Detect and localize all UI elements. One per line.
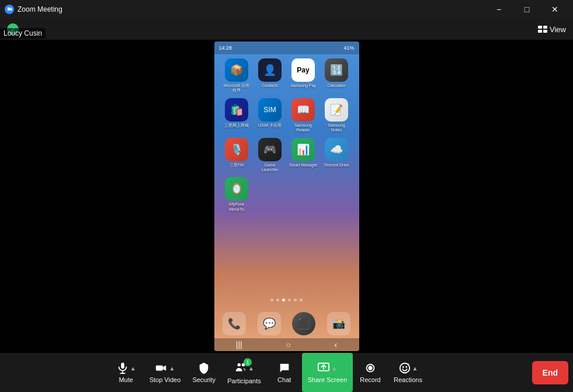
- participants-label: Participants: [227, 377, 261, 384]
- list-item: SIM USIM 卡应用: [256, 98, 284, 133]
- page-dot-active: [282, 299, 285, 301]
- share-screen-label: Share Screen: [308, 376, 347, 383]
- close-button[interactable]: ✕: [541, 0, 568, 19]
- list-item: 🎮 Game Launcher: [256, 138, 284, 173]
- main-content: 14:28 41% 📦 Microsoft 应用程序 👤 Contacts Pa…: [0, 40, 573, 353]
- svg-point-11: [368, 366, 372, 370]
- reactions-emoji-icon: +: [398, 362, 411, 374]
- list-item: 🛍️ 三星网上商城: [223, 98, 251, 133]
- share-screen-button[interactable]: ▲ Share Screen: [302, 353, 353, 392]
- phone-status-bar: 14:28 41%: [214, 41, 359, 54]
- stop-video-label: Stop Video: [150, 376, 181, 383]
- toolbar-right: End: [532, 361, 568, 384]
- list-item: 👤 Contacts: [256, 58, 284, 93]
- mute-label: Mute: [119, 376, 133, 383]
- record-label: Record: [360, 376, 380, 383]
- share-screen-icon-group: ▲: [317, 362, 337, 374]
- minimize-button[interactable]: −: [485, 0, 512, 19]
- app-label: USIM 卡应用: [258, 123, 282, 128]
- game-launcher-icon: 🎮: [258, 138, 282, 161]
- dock-camera-icon: 📸: [327, 312, 350, 335]
- dock-phone-icon: 📞: [223, 312, 246, 335]
- samsung-fm-icon: 🎙️: [225, 138, 248, 161]
- svg-text:+: +: [407, 362, 409, 367]
- svg-rect-4: [543, 30, 547, 33]
- nav-back-icon: ‹: [334, 340, 337, 349]
- app-label: Calculator: [327, 84, 346, 88]
- stop-video-icon-group: ▲: [155, 362, 175, 374]
- svg-rect-5: [121, 363, 124, 369]
- reactions-label: Reactions: [394, 376, 422, 383]
- smart-manager-icon: 📊: [291, 138, 315, 161]
- end-button[interactable]: End: [532, 361, 568, 384]
- list-item: 🪞 iMyFone MirrorTo: [223, 177, 251, 212]
- app-label: Samsung Notes: [322, 123, 351, 133]
- record-icon: [364, 362, 377, 374]
- participants-button[interactable]: 1 ▲ Participants: [221, 353, 266, 392]
- app-label: Samsung Reader: [289, 123, 318, 133]
- app-grid: 📦 Microsoft 应用程序 👤 Contacts Pay Samsung …: [220, 56, 353, 214]
- toolbar-center: ▲ Mute ▲ Stop Video Security: [5, 353, 532, 392]
- samsung-notes-icon: 📝: [325, 98, 348, 122]
- window-controls: − □ ✕: [485, 0, 568, 19]
- usim-icon: SIM: [258, 98, 282, 122]
- maximize-button[interactable]: □: [513, 0, 540, 19]
- samsung-pay-icon: Pay: [291, 58, 315, 82]
- app-label: Smart Manager: [289, 163, 317, 168]
- share-screen-caret-icon: ▲: [331, 365, 337, 372]
- view-button[interactable]: View: [538, 25, 566, 34]
- page-dot: [270, 299, 273, 301]
- stop-video-caret-icon: ▲: [169, 365, 175, 372]
- contacts-icon: 👤: [258, 58, 282, 82]
- mute-caret-icon: ▲: [130, 365, 136, 372]
- stop-video-button[interactable]: ▲ Stop Video: [144, 353, 187, 392]
- page-dot: [300, 299, 303, 301]
- dock-circle-icon: ⬛: [292, 312, 315, 335]
- window-title: Zoom Meeting: [18, 5, 62, 13]
- phone-battery: 41%: [343, 45, 354, 51]
- zoom-logo-icon: [5, 5, 14, 14]
- video-camera-icon: [155, 362, 168, 374]
- page-dot: [294, 299, 297, 301]
- calculator-icon: 🔢: [325, 58, 348, 82]
- title-bar: Zoom Meeting − □ ✕: [0, 0, 573, 19]
- svg-rect-6: [156, 365, 163, 370]
- imyfone-icon: 🪞: [225, 177, 248, 200]
- svg-rect-2: [543, 26, 547, 29]
- tencent-drive-icon: ☁️: [325, 138, 348, 161]
- record-button[interactable]: Record: [353, 353, 388, 392]
- phone-screen: 14:28 41% 📦 Microsoft 应用程序 👤 Contacts Pa…: [214, 41, 359, 351]
- list-item: Pay Samsung Pay: [289, 58, 318, 93]
- security-button[interactable]: Security: [186, 353, 221, 392]
- samsung-reader-icon: 📖: [291, 98, 315, 122]
- participants-count-badge: 1: [244, 358, 252, 366]
- page-dot: [288, 299, 291, 301]
- phone-time: 14:28: [219, 45, 232, 51]
- reactions-caret-icon: ▲: [412, 365, 418, 372]
- svg-point-7: [238, 363, 241, 366]
- nav-menu-icon: |||: [236, 340, 242, 349]
- app-label: Tencent Drive: [324, 163, 349, 168]
- list-item: 📦 Microsoft 应用程序: [223, 58, 251, 93]
- app-label: Samsung Pay: [290, 84, 316, 88]
- page-dot: [276, 299, 279, 301]
- microphone-icon: [116, 362, 129, 374]
- list-item: ☁️ Tencent Drive: [322, 138, 351, 173]
- list-item: 📝 Samsung Notes: [322, 98, 351, 133]
- share-screen-arrow-icon: [317, 362, 330, 374]
- mute-icon-group: ▲: [116, 362, 136, 374]
- top-bar: ✓ View: [0, 19, 573, 40]
- phone-dock: 📞 💬 ⬛ 📸: [217, 307, 356, 339]
- app-label: Game Launcher: [256, 163, 284, 173]
- mute-button[interactable]: ▲ Mute: [109, 353, 144, 392]
- phone-nav-bar: ||| ○ ‹: [214, 338, 359, 351]
- security-label: Security: [192, 376, 216, 383]
- reactions-button[interactable]: + ▲ Reactions: [388, 353, 428, 392]
- chat-bubble-icon: [278, 362, 291, 374]
- title-bar-left: Zoom Meeting: [5, 5, 62, 14]
- app-label: 三星网上商城: [224, 123, 249, 128]
- nav-home-icon: ○: [286, 340, 290, 349]
- chat-button[interactable]: Chat: [267, 353, 302, 392]
- view-grid-icon: [538, 26, 547, 33]
- list-item: 📊 Smart Manager: [289, 138, 318, 173]
